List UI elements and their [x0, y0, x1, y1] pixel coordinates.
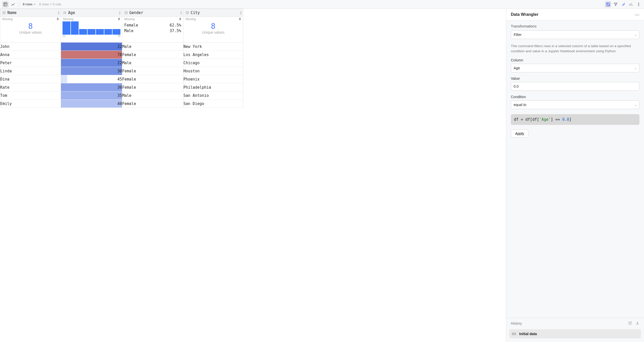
table-row[interactable]: Dina45FemalePhoenix: [0, 75, 243, 83]
cell-city: Los Angeles: [183, 51, 243, 59]
cell-gender: Male: [122, 43, 183, 51]
transformation-select[interactable]: Filter ⌵: [511, 30, 639, 39]
panel-title: Data Wrangler: [511, 12, 538, 17]
chevron-down-icon: [33, 3, 36, 6]
column-select-value: Age: [514, 66, 520, 70]
svg-point-3: [638, 3, 639, 3]
column-summary-cell: Missing0Female62.5%Male37.5%: [122, 17, 183, 43]
transformation-description: This command filters rows in a selected …: [511, 44, 639, 54]
clean-button[interactable]: [620, 1, 627, 8]
value-field-label: Value: [511, 76, 639, 81]
cell-name: Tom: [0, 91, 61, 100]
sort-icon[interactable]: ▴▾: [240, 11, 241, 15]
history-label: History: [511, 321, 522, 325]
table-row[interactable]: Linda30FemaleHouston: [0, 67, 243, 75]
rows-dropdown[interactable]: 8 rows: [22, 2, 37, 6]
view-table-button[interactable]: [2, 1, 9, 8]
unique-count: 8: [183, 22, 243, 30]
column-field-label: Column: [511, 58, 639, 62]
cell-city: Chicago: [183, 59, 243, 67]
table-row[interactable]: Kate30FemalePhiladelphia: [0, 83, 243, 91]
unique-count: 8: [0, 22, 61, 30]
cell-gender: Female: [122, 51, 183, 59]
cell-name: Peter: [0, 59, 61, 67]
svg-rect-1: [606, 3, 610, 6]
cell-city: San Antonio: [183, 91, 243, 100]
cell-name: Kate: [0, 83, 61, 91]
apply-button[interactable]: Apply: [511, 129, 528, 138]
filter-button[interactable]: [612, 1, 619, 8]
top-toolbar: 8 rows 8 rows × 5 cols: [0, 0, 644, 9]
column-select[interactable]: Age ⌵: [511, 64, 639, 72]
unique-label: Unique values: [183, 30, 243, 34]
svg-point-2: [609, 5, 610, 6]
column-summary-cell: Missing02278: [61, 17, 122, 43]
svg-rect-0: [4, 3, 7, 6]
missing-count: 0: [179, 17, 181, 21]
transformations-label: Transformations: [511, 24, 639, 28]
sort-icon[interactable]: ▴▾: [180, 11, 182, 15]
chevron-down-icon: ⌵: [635, 33, 637, 37]
column-name: City: [191, 10, 200, 15]
stats-button[interactable]: [628, 1, 634, 8]
more-menu-button[interactable]: [635, 1, 642, 8]
sort-icon[interactable]: ▴▾: [119, 11, 120, 15]
data-grid: Name▴▾Age▴▾Gender▴▾City▴▾ Missing08Uniqu…: [0, 9, 506, 342]
condition-select-value: equal to: [514, 103, 526, 107]
cell-name: Emily: [0, 100, 61, 108]
histogram: [61, 21, 122, 35]
category-distribution: Female62.5%Male37.5%: [122, 21, 183, 34]
wrangler-toggle-button[interactable]: [605, 1, 611, 8]
cell-gender: Male: [122, 59, 183, 67]
download-icon[interactable]: [636, 321, 639, 326]
cell-name: John: [0, 43, 61, 51]
column-type-icon: [124, 11, 128, 15]
cell-name: Anna: [0, 51, 61, 59]
table-row[interactable]: Peter22MaleChicago: [0, 59, 243, 67]
cell-age: 35: [61, 91, 122, 100]
history-item-index: 00: [512, 332, 516, 336]
missing-label: Missing: [185, 17, 196, 21]
column-type-icon: [185, 11, 189, 15]
unique-label: Unique values: [0, 30, 61, 34]
table-row[interactable]: John22MaleNew York: [0, 43, 243, 51]
table-row[interactable]: Emily40FemaleSan Diego: [0, 100, 243, 108]
cell-gender: Female: [122, 83, 183, 91]
rows-count: 8 rows: [23, 2, 32, 6]
table-row[interactable]: Tom35MaleSan Antonio: [0, 91, 243, 100]
cell-age: 30: [61, 83, 122, 91]
cell-city: San Diego: [183, 100, 243, 108]
missing-count: 0: [57, 17, 59, 21]
sort-icon[interactable]: ▴▾: [58, 11, 59, 15]
column-header[interactable]: Age▴▾: [61, 9, 122, 17]
condition-field-label: Condition: [511, 95, 639, 99]
column-header[interactable]: Name▴▾: [0, 9, 61, 17]
transformation-value: Filter: [514, 33, 522, 37]
cell-name: Linda: [0, 67, 61, 75]
chevron-down-icon: ⌵: [635, 66, 637, 70]
collapse-panel-button[interactable]: —: [635, 12, 639, 17]
history-item-name: Initial data: [519, 332, 537, 336]
missing-count: 0: [239, 17, 241, 21]
generated-code: df = df[df['Age'] == 0.0]: [511, 114, 639, 125]
column-header-row: Name▴▾Age▴▾Gender▴▾City▴▾: [0, 9, 243, 17]
cell-age: 22: [61, 59, 122, 67]
cell-age: 40: [61, 100, 122, 108]
column-header[interactable]: City▴▾: [183, 9, 243, 17]
value-input[interactable]: 0.0: [511, 82, 639, 91]
history-item[interactable]: 00 Initial data: [509, 329, 641, 338]
cell-gender: Female: [122, 75, 183, 83]
column-name: Name: [7, 10, 17, 15]
view-chart-button[interactable]: [10, 1, 16, 8]
cell-age: 45: [61, 75, 122, 83]
open-external-icon[interactable]: [628, 321, 632, 326]
value-input-value: 0.0: [514, 84, 518, 88]
missing-label: Missing: [124, 17, 135, 21]
condition-select[interactable]: equal to ⌵: [511, 100, 639, 109]
cell-age: 78: [61, 51, 122, 59]
column-name: Gender: [129, 10, 143, 15]
column-header[interactable]: Gender▴▾: [122, 9, 183, 17]
column-summary-cell: Missing08Unique values: [0, 17, 61, 43]
chevron-down-icon: ⌵: [635, 103, 637, 107]
table-row[interactable]: Anna78FemaleLos Angeles: [0, 51, 243, 59]
